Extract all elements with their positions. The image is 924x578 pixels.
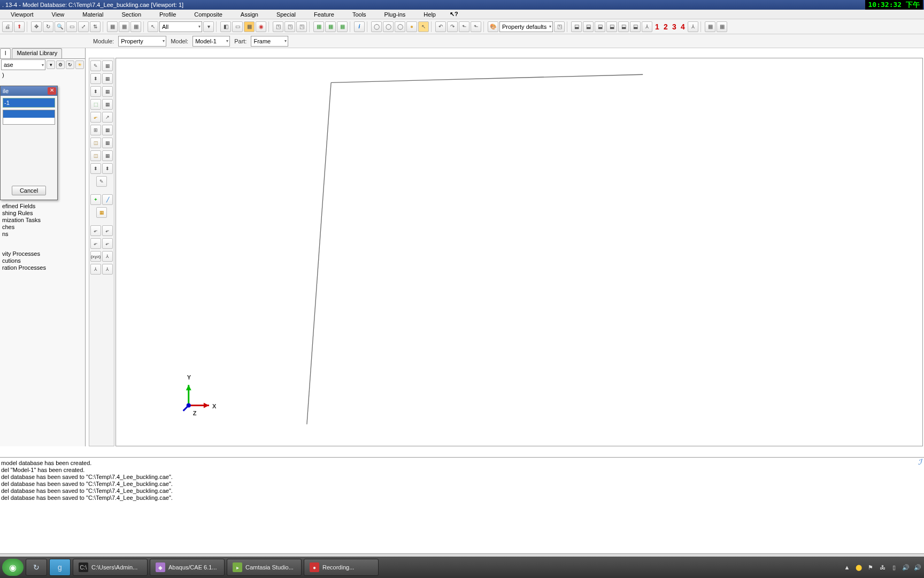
beam-tangent-icon[interactable]: ↗ <box>102 112 113 123</box>
stringer-icon[interactable]: ◫ <box>90 150 101 161</box>
message-area[interactable]: ℐ model database has been created. del "… <box>0 457 924 553</box>
arrow-icon[interactable]: ↖ <box>148 21 158 32</box>
cancel-button[interactable]: Cancel <box>12 186 46 195</box>
view-iso2-icon[interactable]: ⬓ <box>618 21 629 32</box>
context-help-icon[interactable]: ↖? <box>445 10 463 19</box>
tree-item[interactable]: ches <box>1 224 85 231</box>
dialog-name-input[interactable] <box>3 98 55 108</box>
create-material-icon[interactable]: ✎ <box>90 60 101 71</box>
pan-icon[interactable]: ✥ <box>31 21 42 32</box>
grid3-icon[interactable]: ▦ <box>130 21 141 32</box>
query4-icon[interactable]: ⬐ <box>102 238 113 249</box>
mesh2-icon[interactable]: ▦ <box>325 21 336 32</box>
tool-d-icon[interactable]: ◉ <box>256 21 266 32</box>
create-profile-icon[interactable]: ⬚ <box>90 99 101 110</box>
tree-settings-icon[interactable]: ⚙ <box>56 60 65 69</box>
task-cmd[interactable]: C:\C:\Users\Admin... <box>73 559 148 576</box>
tree-item[interactable]: mization Tasks <box>1 217 85 224</box>
task-recording[interactable]: ●Recording... <box>304 559 379 576</box>
pointer-icon[interactable]: ↖ <box>418 21 429 32</box>
tray-battery-icon[interactable]: ▯ <box>890 563 898 572</box>
redo-icon[interactable]: ↷ <box>447 21 458 32</box>
system-tray[interactable]: ▲ ⬤ ⚑ 🖧 ▯ 🔊 🔊 <box>843 563 922 572</box>
tool-a-icon[interactable]: ◧ <box>220 21 231 32</box>
datum-point-icon[interactable]: ⅄ <box>90 264 101 275</box>
viewport[interactable]: Y X Z <box>116 58 923 446</box>
save-icon[interactable]: ⬆ <box>14 21 25 32</box>
cube-option-icon[interactable]: ◳ <box>554 21 565 32</box>
box-zoom-icon[interactable]: ▭ <box>66 21 77 32</box>
zoom-icon[interactable]: 🔍 <box>55 21 65 32</box>
tray-flag-icon[interactable]: ⚑ <box>866 563 875 572</box>
tree-refresh-icon[interactable]: ↻ <box>66 60 74 69</box>
cube3-icon[interactable]: ◳ <box>296 21 307 32</box>
menu-section[interactable]: Section <box>113 10 150 19</box>
rebar-icon[interactable]: ⬍ <box>90 163 101 174</box>
triad2-icon[interactable]: ⅄ <box>688 21 698 32</box>
close-icon[interactable]: ✕ <box>48 87 56 95</box>
menu-material[interactable]: Material <box>74 10 112 19</box>
circle4-icon[interactable]: ● <box>406 21 417 32</box>
pin-explorer-icon[interactable]: ↻ <box>26 559 47 576</box>
view-xy-icon[interactable]: ⬓ <box>571 21 582 32</box>
menu-feature[interactable]: Feature <box>305 10 343 19</box>
menu-help[interactable]: Help <box>415 10 444 19</box>
cube1-icon[interactable]: ◳ <box>273 21 283 32</box>
circle3-icon[interactable]: ◯ <box>395 21 405 32</box>
tray-more-icon[interactable]: 🔊 <box>913 563 922 572</box>
undo-icon[interactable]: ↶ <box>435 21 446 32</box>
query-icon[interactable]: ⬐ <box>90 225 101 236</box>
rotate-icon[interactable]: ↻ <box>43 21 53 32</box>
layout2-icon[interactable]: ▦ <box>717 21 727 32</box>
csys2-icon[interactable]: ⬑ <box>471 21 481 32</box>
view-yz-icon[interactable]: ⬓ <box>595 21 605 32</box>
create-datum-icon[interactable]: ╱ <box>102 194 113 205</box>
tray-up-icon[interactable]: ▲ <box>843 563 851 572</box>
tree-item[interactable]: efined Fields <box>1 203 85 210</box>
rebar-mgr-icon[interactable]: ⬍ <box>102 163 113 174</box>
assign-section-icon[interactable]: ⬍ <box>90 86 101 97</box>
dialog-list-selected[interactable] <box>3 110 55 118</box>
mesh1-icon[interactable]: ▦ <box>313 21 324 32</box>
grid2-icon[interactable]: ▦ <box>119 21 129 32</box>
circle2-icon[interactable]: ◯ <box>383 21 394 32</box>
info-icon[interactable]: i <box>354 21 365 32</box>
pin-app-icon[interactable]: g <box>49 559 71 576</box>
menu-viewport[interactable]: Viewport <box>2 10 42 19</box>
material-manager-icon[interactable]: ▦ <box>102 60 113 71</box>
fit-icon[interactable]: ⤢ <box>78 21 89 32</box>
palette-icon[interactable]: 🎨 <box>488 21 498 32</box>
stringer-mgr-icon[interactable]: ▦ <box>102 150 113 161</box>
view-1[interactable]: 1 <box>653 22 661 31</box>
view-xz-icon[interactable]: ⬓ <box>583 21 594 32</box>
selection-filter-select[interactable]: All <box>159 21 202 32</box>
grid1-icon[interactable]: ▦ <box>107 21 118 32</box>
beam-orient-icon[interactable]: ⬐ <box>90 112 101 123</box>
task-abaqus[interactable]: ◆Abaqus/CAE 6.1... <box>150 559 225 576</box>
filter-icon[interactable]: ▾ <box>47 60 55 69</box>
property-defaults-select[interactable]: Property defaults <box>499 21 553 32</box>
tool-b-icon[interactable]: ▭ <box>232 21 243 32</box>
view-iso3-icon[interactable]: ⬓ <box>630 21 641 32</box>
viewport-canvas[interactable]: Y X Z <box>116 58 922 446</box>
task-camtasia[interactable]: ▸Camtasia Studio... <box>227 559 302 576</box>
dropdown-icon[interactable]: ▾ <box>203 21 214 32</box>
menu-profile[interactable]: Profile <box>151 10 184 19</box>
tray-network-icon[interactable]: 🖧 <box>878 563 887 572</box>
tree-item[interactable]: ration Processes <box>1 264 85 271</box>
menu-tools[interactable]: Tools <box>344 10 375 19</box>
section-assign-mgr-icon[interactable]: ▦ <box>102 86 113 97</box>
module-select[interactable]: Property <box>118 36 166 47</box>
triad-icon[interactable]: ⅄ <box>642 21 652 32</box>
view-2[interactable]: 2 <box>662 22 669 31</box>
section-manager-icon[interactable]: ▦ <box>102 73 113 84</box>
skin-icon[interactable]: ◫ <box>90 138 101 148</box>
dialog-list[interactable] <box>3 110 55 125</box>
datum-plane-icon[interactable]: ⅄ <box>102 264 113 275</box>
datum-csys-icon[interactable]: (xyz) <box>90 251 101 262</box>
view-iso1-icon[interactable]: ⬓ <box>606 21 617 32</box>
composite-icon[interactable]: ⊞ <box>90 125 101 135</box>
create-set-icon[interactable]: + <box>90 194 101 205</box>
query3-icon[interactable]: ⬐ <box>90 238 101 249</box>
model-select[interactable]: Model-1 <box>192 36 230 47</box>
